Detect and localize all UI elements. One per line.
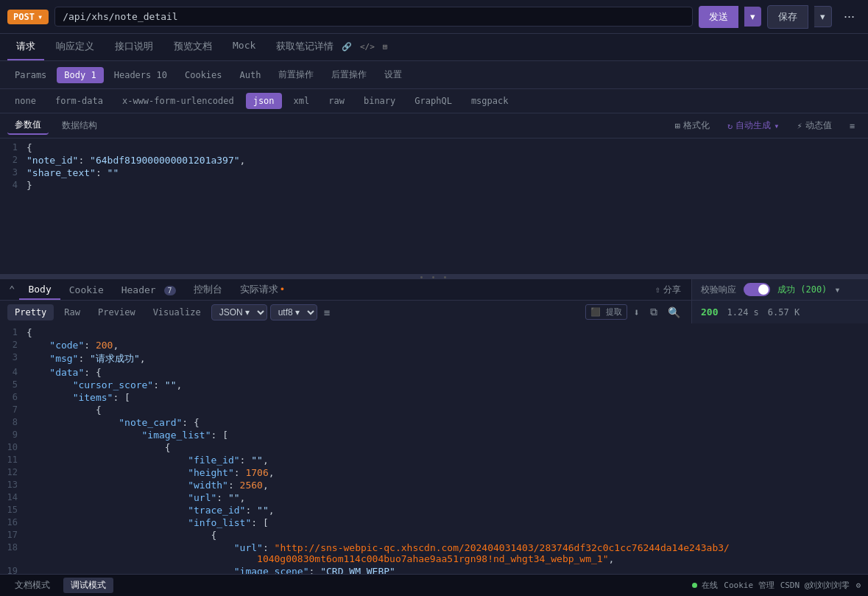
editor-tab-params[interactable]: 参数值 [7, 116, 49, 135]
status-size: 6.57 K [768, 307, 800, 318]
body-raw[interactable]: raw [321, 93, 352, 109]
format-selector[interactable]: JSON ▾ [211, 304, 267, 320]
resp-code-line: 3 "msg": "请求成功", [0, 351, 868, 366]
save-label: 保存 [778, 11, 797, 22]
resp-tab-console[interactable]: 控制台 [185, 279, 231, 300]
settings-icon[interactable]: ⚙ [855, 581, 861, 590]
tab-settings[interactable]: 设置 [377, 66, 409, 84]
tab-cookies[interactable]: Cookies [177, 67, 230, 83]
nav-tab-mock[interactable]: Mock [224, 34, 264, 60]
body-xml[interactable]: xml [286, 93, 317, 109]
nav-tab-response-def[interactable]: 响应定义 [47, 34, 103, 60]
nav-tab-note[interactable]: 获取笔记详情 🔗 </> ⊞ [267, 34, 396, 60]
tab-body[interactable]: Body 1 [57, 67, 103, 83]
resp-tab-actual[interactable]: 实际请求• [231, 279, 294, 300]
code-line: 4 } [0, 179, 868, 192]
expand-button[interactable]: ▾ [834, 284, 840, 295]
resp-code-line: 19 "image_scene": "CRD_WM_WEBP" [0, 565, 868, 574]
cookie-manager-btn[interactable]: Cookie 管理 [724, 580, 774, 591]
resp-code-line: 14 "url": "", [0, 491, 868, 504]
tab-post-op[interactable]: 后置操作 [324, 66, 374, 84]
resp-view-pretty[interactable]: Pretty [7, 304, 54, 320]
download-icon[interactable]: ⬇ [630, 304, 643, 320]
body-graphql[interactable]: GraphQL [407, 93, 459, 109]
split-icon: ⊞ [383, 42, 388, 52]
verify-section: 校验响应 成功 (200) ▾ [691, 279, 868, 300]
resp-view-visualize[interactable]: Visualize [146, 304, 208, 320]
save-dropdown-button[interactable]: ▾ [814, 6, 832, 27]
top-bar: POST ▾ 发送 ▾ 保存 ▾ ··· [0, 0, 868, 34]
method-selector[interactable]: POST ▾ [7, 10, 49, 24]
wrap-icon[interactable]: ≡ [320, 304, 334, 320]
debug-mode-btn[interactable]: 调试模式 [63, 578, 113, 593]
dot-indicator: • [280, 284, 286, 295]
code-line: 2 "note_id": "64bdf819000000001201a397", [0, 154, 868, 166]
bolt-icon: ⚡ [797, 121, 802, 131]
status-code: 200 [701, 306, 718, 318]
resp-code-line: 6 "items": [ [0, 391, 868, 404]
tab-headers[interactable]: Headers 10 [107, 67, 174, 83]
online-dot [692, 583, 697, 588]
status-success-badge: 成功 (200) [777, 284, 827, 296]
encoding-selector[interactable]: utf8 ▾ [270, 304, 317, 320]
tab-pre-op[interactable]: 前置操作 [271, 66, 321, 84]
resp-code-line: 18 "url": "http://sns-webpic-qc.xhscdn.c… [0, 541, 868, 565]
auto-gen-button[interactable]: ↻ 自动生成 ▾ [721, 117, 785, 134]
resp-tab-body[interactable]: Body [19, 280, 60, 300]
header-count-badge: 7 [164, 286, 176, 295]
resp-view-raw[interactable]: Raw [57, 304, 88, 320]
body-binary[interactable]: binary [356, 93, 403, 109]
code-line: 3 "share_text": "" [0, 166, 868, 179]
resp-tab-cookie[interactable]: Cookie [60, 281, 113, 299]
refresh-icon: ↻ [727, 121, 733, 131]
body-json[interactable]: json [246, 93, 282, 109]
more-options-button[interactable]: ··· [838, 4, 861, 29]
body-none[interactable]: none [7, 93, 43, 109]
doc-mode-btn[interactable]: 文档模式 [7, 578, 57, 593]
body-form-data[interactable]: form-data [48, 93, 110, 109]
tab-auth[interactable]: Auth [233, 67, 269, 83]
resp-code-line: 10 { [0, 441, 868, 454]
user-info: CSDN @刘刘刘刘零 [780, 580, 850, 591]
send-label: 发送 [709, 10, 728, 24]
body-urlencoded[interactable]: x-www-form-urlencoded [115, 93, 241, 109]
dynamic-btn[interactable]: ⚡ 动态值 [791, 117, 838, 134]
resp-view-preview[interactable]: Preview [91, 304, 143, 320]
editor-tab-schema[interactable]: 数据结构 [54, 117, 105, 134]
resp-code-line: 12 "height": 1706, [0, 466, 868, 479]
verify-toggle[interactable] [744, 283, 770, 296]
response-code-panel[interactable]: 1 { 2 "code": 200, 3 "msg": "请求成功", 4 "d… [0, 323, 868, 574]
send-dropdown-button[interactable]: ▾ [744, 7, 761, 27]
toggle-knob [758, 284, 769, 295]
code-line: 1 { [0, 141, 868, 154]
resp-tab-header[interactable]: Header 7 [113, 281, 185, 299]
status-row: 200 1.24 s 6.57 K [691, 301, 868, 323]
code-icon: </> [360, 42, 375, 52]
body-msgpack[interactable]: msgpack [464, 93, 516, 109]
method-label: POST [13, 12, 35, 22]
list-icon-btn[interactable]: ≡ [844, 119, 861, 133]
status-time: 1.24 s [727, 307, 758, 318]
resp-code-line: 5 "cursor_score": "", [0, 379, 868, 391]
resp-code-line: 17 { [0, 529, 868, 541]
resp-code-line: 15 "trace_id": "", [0, 504, 868, 516]
collapse-button[interactable]: ⌃ [4, 282, 19, 297]
nav-tab-api-desc[interactable]: 接口说明 [106, 34, 162, 60]
nav-tab-preview[interactable]: 预览文档 [165, 34, 221, 60]
extract-icon[interactable]: ⬛ 提取 [585, 304, 627, 320]
tab-params[interactable]: Params [7, 67, 54, 83]
resp-code-line: 8 "note_card": { [0, 416, 868, 429]
share-button[interactable]: ⇧ 分享 [649, 281, 687, 298]
search-icon[interactable]: 🔍 [664, 304, 684, 320]
url-input[interactable] [54, 7, 693, 27]
response-header-row: ⌃ Body Cookie Header 7 控制台 实际请求• ⇧ 分享 校验… [0, 279, 868, 301]
resp-code-line: 13 "width": 2560, [0, 479, 868, 491]
request-tabs: Params Body 1 Headers 10 Cookies Auth 前置… [0, 61, 868, 89]
editor-toolbar: 参数值 数据结构 ⊞ 格式化 ↻ 自动生成 ▾ ⚡ 动态值 ≡ [0, 113, 868, 139]
copy-icon[interactable]: ⧉ [646, 304, 661, 320]
format-button[interactable]: ⊞ 格式化 [669, 117, 716, 134]
nav-tab-request[interactable]: 请求 [7, 34, 44, 60]
send-button[interactable]: 发送 [699, 6, 738, 28]
save-button[interactable]: 保存 [767, 5, 808, 29]
bottom-status: 在线 Cookie 管理 CSDN @刘刘刘刘零 ⚙ [692, 580, 861, 591]
